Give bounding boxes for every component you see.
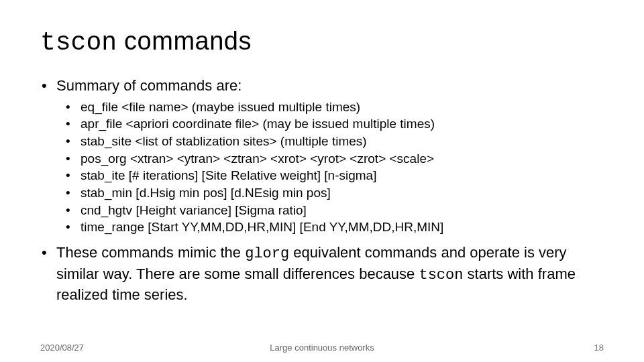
summary-bullet: Summary of commands are: eq_file <file n… [56,76,604,236]
closing-code-glorg: glorg [245,245,289,262]
footer-center: Large continuous networks [0,343,644,353]
slide-footer: 2020/08/27 Large continuous networks 18 [0,343,644,353]
command-item: cnd_hgtv [Height variance] [Sigma ratio] [80,202,604,219]
bullet-list: Summary of commands are: eq_file <file n… [40,76,604,305]
summary-text: Summary of commands are: [56,77,241,94]
command-item: apr_file <apriori coordinate file> (may … [80,115,604,133]
title-rest: commands [117,27,252,55]
slide: tscon commands Summary of commands are: … [0,0,644,362]
closing-pre: These commands mimic the [56,244,245,261]
command-item: pos_org <xtran> <ytran> <ztran> <xrot> <… [80,150,604,168]
command-list: eq_file <file name> (maybe issued multip… [56,99,604,236]
closing-code-tscon: tscon [419,267,463,284]
slide-title: tscon commands [40,27,604,57]
title-code: tscon [40,28,117,57]
command-item: stab_ite [# iterations] [Site Relative w… [80,167,604,184]
command-item: stab_site <list of stablization sites> (… [80,133,604,150]
closing-bullet: These commands mimic the glorg equivalen… [56,243,604,305]
command-item: eq_file <file name> (maybe issued multip… [80,99,604,116]
command-item: stab_min [d.Hsig min pos] [d.NEsig min p… [80,184,604,202]
command-item: time_range [Start YY,MM,DD,HR,MIN] [End … [80,219,604,236]
